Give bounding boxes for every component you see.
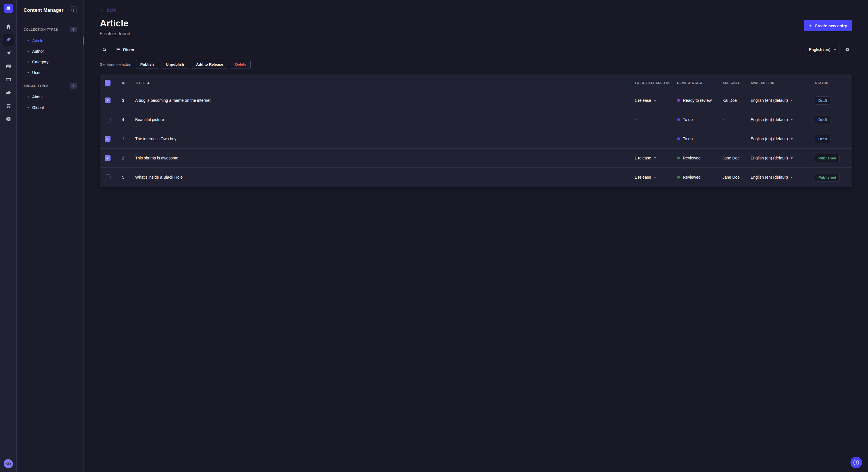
chevron-down-icon bbox=[790, 138, 793, 140]
cell-title: The internet's Own boy bbox=[135, 136, 634, 141]
column-header-to-be-released-in[interactable]: TO BE RELEASED IN bbox=[634, 81, 677, 85]
strapi-logo[interactable] bbox=[4, 4, 13, 13]
sidebar-item-about[interactable]: About bbox=[24, 92, 76, 102]
status-badge: Draft bbox=[815, 96, 830, 105]
sidebar-item-category[interactable]: Category bbox=[24, 57, 76, 67]
column-header-review-stage[interactable]: REVIEW STAGE bbox=[677, 81, 722, 85]
cell-review-stage: Reviewed bbox=[677, 156, 722, 160]
cell-release-dropdown[interactable]: 1 release bbox=[634, 98, 677, 103]
sidebar-item-global[interactable]: Global bbox=[24, 102, 76, 113]
column-header-assignee[interactable]: ASSIGNEE bbox=[722, 81, 751, 85]
cell-id: 1 bbox=[122, 136, 135, 141]
cell-id: 4 bbox=[122, 117, 135, 122]
view-settings-button[interactable] bbox=[843, 45, 852, 54]
rail-divider bbox=[0, 16, 17, 17]
marketplace-cart-icon[interactable] bbox=[3, 100, 14, 111]
create-new-entry-button[interactable]: + Create new entry bbox=[804, 20, 852, 31]
table-row[interactable]: 5 What's inside a Black Hole 1 release R… bbox=[100, 167, 851, 187]
bullet-icon bbox=[28, 61, 29, 63]
back-link[interactable]: ← Back bbox=[100, 8, 116, 12]
cell-locale-dropdown[interactable]: English (en) (default) bbox=[751, 117, 815, 122]
main-nav-rail: KD bbox=[0, 0, 17, 472]
filter-icon bbox=[116, 48, 120, 51]
column-header-status[interactable]: STATUS bbox=[815, 81, 847, 85]
help-button[interactable]: ? bbox=[850, 457, 862, 468]
cell-review-stage: To do bbox=[677, 117, 722, 122]
strapi-logo-icon bbox=[6, 6, 11, 11]
cell-review-stage: Reviewed bbox=[677, 175, 722, 179]
cell-release-dropdown[interactable]: 1 release bbox=[634, 156, 677, 160]
collection-types-count-badge: 4 bbox=[70, 27, 76, 32]
cell-title: Beautiful picture bbox=[135, 117, 634, 122]
section-label-collection-types: COLLECTION TYPES bbox=[24, 28, 58, 31]
entries-count: 5 entries found bbox=[100, 31, 130, 36]
bullet-icon bbox=[28, 96, 29, 98]
column-header-title[interactable]: TITLE bbox=[135, 81, 634, 85]
sidebar-item-article[interactable]: Article bbox=[24, 35, 76, 46]
sidebar-item-user[interactable]: User bbox=[24, 67, 76, 78]
cell-locale-dropdown[interactable]: English (en) (default) bbox=[751, 175, 815, 179]
content-manager-feather-icon[interactable] bbox=[3, 34, 14, 45]
single-types-count-badge: 2 bbox=[70, 83, 76, 89]
delete-button[interactable]: Delete bbox=[231, 60, 251, 69]
select-all-checkbox[interactable] bbox=[105, 80, 111, 86]
cell-release-dropdown[interactable]: 1 release bbox=[634, 175, 677, 179]
cell-assignee: - bbox=[722, 136, 751, 141]
filters-button[interactable]: Filters bbox=[112, 45, 138, 54]
stage-dot bbox=[677, 137, 680, 140]
sidebar-item-author[interactable]: Author bbox=[24, 46, 76, 57]
cell-assignee: Jane Doe bbox=[722, 156, 751, 160]
cell-review-stage: To do bbox=[677, 136, 722, 141]
home-icon[interactable] bbox=[3, 21, 14, 32]
add-to-release-button[interactable]: Add to Release bbox=[192, 60, 227, 69]
row-checkbox[interactable] bbox=[105, 98, 111, 103]
cell-locale-dropdown[interactable]: English (en) (default) bbox=[751, 156, 815, 160]
rail-divider-bottom bbox=[0, 455, 17, 456]
entries-table: ID TITLE TO BE RELEASED IN REVIEW STAGE … bbox=[100, 74, 852, 187]
row-checkbox[interactable] bbox=[105, 117, 111, 123]
chevron-down-icon bbox=[790, 100, 793, 101]
content-type-builder-icon[interactable] bbox=[3, 74, 14, 85]
publish-button[interactable]: Publish bbox=[136, 60, 158, 69]
app-window: KD Content Manager COLLECTION TYPES 4 Ar… bbox=[0, 0, 868, 472]
chevron-down-icon bbox=[654, 100, 656, 101]
status-badge: Draft bbox=[815, 115, 830, 124]
stage-dot bbox=[677, 176, 680, 179]
bullet-icon bbox=[28, 51, 29, 52]
column-header-available-in[interactable]: AVAILABLE IN bbox=[751, 81, 815, 85]
cell-locale-dropdown[interactable]: English (en) (default) bbox=[751, 98, 815, 103]
section-label-single-types: SINGLE TYPES bbox=[24, 84, 49, 88]
row-checkbox[interactable] bbox=[105, 174, 111, 180]
status-badge: Published bbox=[815, 173, 840, 181]
releases-send-icon[interactable] bbox=[3, 47, 14, 59]
chevron-down-icon bbox=[654, 158, 656, 159]
cell-assignee: Jane Doe bbox=[722, 175, 751, 179]
subnav-search-button[interactable] bbox=[69, 6, 76, 14]
user-avatar[interactable]: KD bbox=[4, 459, 13, 468]
table-row[interactable]: 2 This shrimp is awesome 1 release Revie… bbox=[100, 148, 851, 167]
column-header-id[interactable]: ID bbox=[122, 81, 135, 85]
cell-review-stage: Ready to review bbox=[677, 98, 722, 103]
row-checkbox[interactable] bbox=[105, 136, 111, 142]
subnav-title: Content Manager bbox=[24, 7, 63, 13]
table-header-row: ID TITLE TO BE RELEASED IN REVIEW STAGE … bbox=[100, 75, 851, 91]
table-row[interactable]: 1 The internet's Own boy - To do - Engli… bbox=[100, 129, 851, 148]
cell-assignee: Kai Doe bbox=[722, 98, 751, 103]
cell-title: A bug is becoming a meme on the internet bbox=[135, 98, 634, 103]
chevron-down-icon bbox=[790, 177, 793, 178]
main-content: ← Back Article 5 entries found + Create … bbox=[84, 0, 868, 472]
selection-count-text: 3 entries selected bbox=[100, 62, 131, 67]
table-row[interactable]: 3 A bug is becoming a meme on the intern… bbox=[100, 91, 851, 110]
cloud-icon[interactable] bbox=[3, 87, 14, 98]
row-checkbox[interactable] bbox=[105, 155, 111, 161]
table-row[interactable]: 4 Beautiful picture - To do - English (e… bbox=[100, 110, 851, 129]
cell-locale-dropdown[interactable]: English (en) (default) bbox=[751, 136, 815, 141]
cell-title: What's inside a Black Hole bbox=[135, 175, 634, 179]
unpublish-button[interactable]: Unpublish bbox=[162, 60, 189, 69]
locale-select[interactable]: English (en) bbox=[805, 45, 840, 54]
settings-gear-icon[interactable] bbox=[3, 113, 14, 125]
table-search-button[interactable] bbox=[100, 45, 109, 54]
content-manager-subnav: Content Manager COLLECTION TYPES 4 Artic… bbox=[17, 0, 84, 472]
media-library-icon[interactable] bbox=[3, 61, 14, 72]
search-icon bbox=[102, 47, 107, 52]
